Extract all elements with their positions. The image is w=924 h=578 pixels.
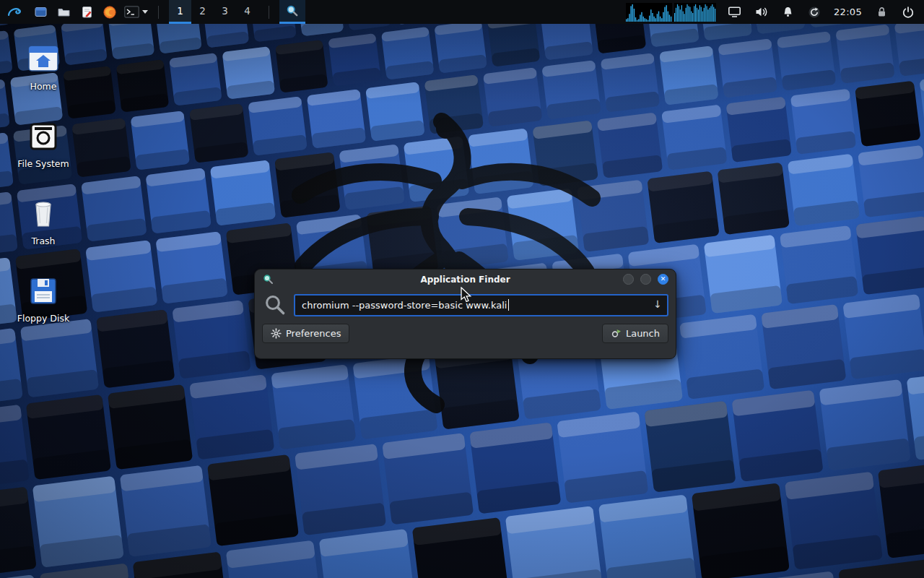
desktop-icon-label: Home <box>4 81 83 92</box>
desktop-icon-label: Trash <box>4 236 83 246</box>
top-panel: 1 2 3 4 <box>0 0 924 24</box>
notifications-bell-icon[interactable] <box>779 4 796 21</box>
preferences-button[interactable]: Preferences <box>262 324 349 343</box>
workspace-3[interactable]: 3 <box>214 0 236 24</box>
display-icon[interactable] <box>725 4 743 21</box>
workspace-4[interactable]: 4 <box>236 0 258 24</box>
window-title: Application Finder <box>420 275 510 285</box>
window-icon-application-finder <box>263 274 274 288</box>
trash-icon <box>4 197 83 231</box>
workspace-2[interactable]: 2 <box>191 0 214 24</box>
search-input-value: chromium --password-store=basic www.kali <box>302 300 507 311</box>
cpu-graph[interactable] <box>626 3 716 22</box>
launch-icon <box>611 328 622 339</box>
power-icon[interactable] <box>899 4 917 21</box>
workspace-1[interactable]: 1 <box>169 0 191 24</box>
desktop-icon-home[interactable]: Home <box>4 42 83 92</box>
chevron-down-icon[interactable] <box>142 10 148 14</box>
lock-icon[interactable] <box>873 4 890 21</box>
volume-icon[interactable] <box>752 4 770 21</box>
cpu-graph-right <box>674 3 716 22</box>
updates-icon[interactable] <box>806 4 823 21</box>
file-manager-icon[interactable] <box>32 4 49 21</box>
text-caret <box>508 299 509 311</box>
search-input[interactable]: chromium --password-store=basic www.kali… <box>294 294 668 316</box>
desktop-icon-file-system[interactable]: File System <box>4 119 83 169</box>
panel-separator <box>269 6 269 19</box>
panel-separator <box>158 6 159 19</box>
workspace-switcher: 1 2 3 4 <box>169 0 258 24</box>
launch-button[interactable]: Launch <box>602 324 668 343</box>
file-system-icon <box>4 119 83 154</box>
desktop-icon-floppy-disk[interactable]: Floppy Disk <box>4 274 83 324</box>
taskbar-application-finder-button[interactable] <box>279 0 305 24</box>
close-button[interactable]: ✕ <box>658 274 668 285</box>
terminal-icon <box>124 6 139 18</box>
maximize-button[interactable] <box>640 274 651 285</box>
home-icon <box>4 42 83 77</box>
folder-icon[interactable] <box>55 4 72 21</box>
launch-button-label: Launch <box>626 328 660 339</box>
desktop-icon-label: File System <box>4 158 83 169</box>
dropdown-arrow-icon[interactable]: ↓ <box>653 298 662 310</box>
titlebar[interactable]: Application Finder ✕ <box>255 269 676 289</box>
application-finder-icon <box>286 4 299 17</box>
minimize-button[interactable] <box>623 274 634 285</box>
terminal-launcher[interactable] <box>124 6 148 18</box>
application-finder-window: Application Finder ✕ chromium --password… <box>254 269 676 359</box>
gear-icon <box>271 328 282 339</box>
firefox-icon[interactable] <box>101 4 118 21</box>
kali-menu-icon[interactable] <box>3 0 26 24</box>
search-icon <box>263 293 287 316</box>
text-editor-icon[interactable] <box>78 4 95 21</box>
floppy-disk-icon <box>4 274 83 309</box>
cpu-graph-left <box>626 3 672 22</box>
desktop-icon-trash[interactable]: Trash <box>4 197 83 246</box>
preferences-button-label: Preferences <box>286 328 341 339</box>
panel-clock[interactable]: 22:05 <box>832 7 863 17</box>
desktop-icon-label: Floppy Disk <box>4 313 83 324</box>
